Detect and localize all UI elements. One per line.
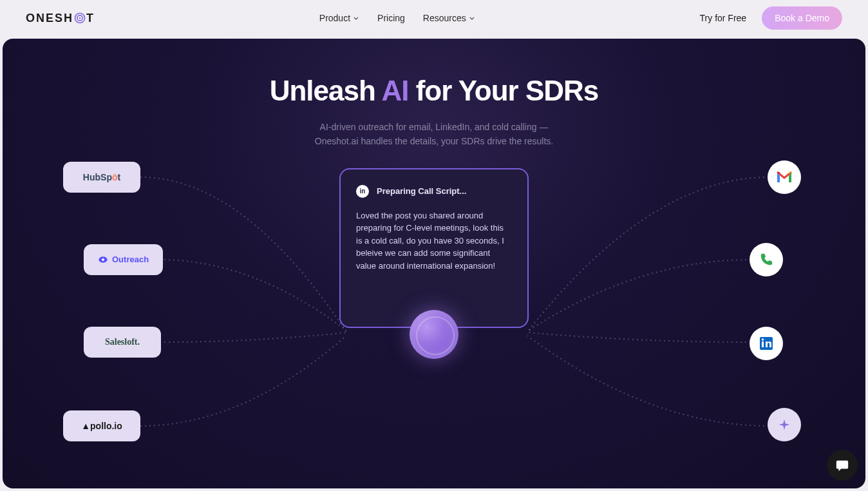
hubspot-label: HubSpöt xyxy=(83,172,120,182)
try-for-free-link[interactable]: Try for Free xyxy=(700,13,747,23)
salesloft-label: Salesloft. xyxy=(105,337,140,347)
card-body: Loved the post you shared around prepari… xyxy=(356,209,512,273)
nav-right: Try for Free Book a Demo xyxy=(700,6,842,30)
logo-text-pre: ONESH xyxy=(26,12,73,25)
nav-center: Product Pricing Resources xyxy=(319,13,475,23)
chevron-down-icon xyxy=(469,15,475,21)
card-header: in Preparing Call Script... xyxy=(356,185,512,198)
integration-salesloft: Salesloft. xyxy=(84,327,161,358)
phone-icon xyxy=(759,253,773,267)
svg-rect-6 xyxy=(762,342,764,347)
connector-line xyxy=(527,177,769,345)
chat-widget-button[interactable] xyxy=(827,450,858,481)
svg-point-2 xyxy=(79,17,81,19)
integration-hubspot: HubSpöt xyxy=(63,162,140,193)
logo-o-icon xyxy=(73,12,86,24)
connector-line xyxy=(140,177,346,345)
nav-item-product[interactable]: Product xyxy=(319,13,359,23)
nav-label: Product xyxy=(319,13,350,23)
call-script-card: in Preparing Call Script... Loved the po… xyxy=(339,168,529,328)
book-demo-button[interactable]: Book a Demo xyxy=(762,6,842,30)
connector-line xyxy=(529,332,751,345)
nav-item-resources[interactable]: Resources xyxy=(423,13,475,23)
connector-line xyxy=(527,336,769,429)
chevron-down-icon xyxy=(353,15,359,21)
hero-title-post: for Your SDRs xyxy=(408,75,598,106)
hero-section: Unleash AI for Your SDRs AI-driven outre… xyxy=(3,39,865,488)
linkedin-icon xyxy=(759,336,774,351)
linkedin-small-icon: in xyxy=(356,185,369,198)
ai-orb xyxy=(410,310,458,359)
connector-line xyxy=(140,336,346,429)
subtitle-line1: AI-driven outreach for email, LinkedIn, … xyxy=(320,122,549,132)
hero-subtitle: AI-driven outreach for email, LinkedIn, … xyxy=(3,120,865,149)
apollo-label: ▲pollo.io xyxy=(81,421,122,431)
logo-text-post: T xyxy=(86,12,95,25)
svg-point-7 xyxy=(762,338,764,341)
outreach-icon xyxy=(98,255,108,265)
hero-title-pre: Unleash xyxy=(270,75,382,106)
subtitle-line2: Oneshot.ai handles the details, your SDR… xyxy=(315,136,553,146)
connector-line xyxy=(160,332,346,345)
hero-title: Unleash AI for Your SDRs xyxy=(3,75,865,107)
connector-line xyxy=(529,260,751,337)
logo[interactable]: ONESH T xyxy=(26,12,95,25)
channel-linkedin xyxy=(750,327,783,360)
channel-gmail xyxy=(768,160,801,194)
connector-line xyxy=(160,260,346,337)
gmail-icon xyxy=(776,171,793,184)
channel-sparkle xyxy=(768,408,801,441)
nav-label: Resources xyxy=(423,13,466,23)
hero-title-ai: AI xyxy=(381,75,408,106)
outreach-label: Outreach xyxy=(112,255,149,264)
diagram-area: HubSpöt Outreach Salesloft. ▲pollo.io in… xyxy=(3,168,865,477)
channel-phone xyxy=(750,243,783,276)
card-title: Preparing Call Script... xyxy=(377,186,466,196)
nav-label: Pricing xyxy=(377,13,405,23)
hero-content: Unleash AI for Your SDRs AI-driven outre… xyxy=(3,39,865,149)
navbar: ONESH T Product Pricing Resources Try fo… xyxy=(0,0,868,36)
integration-outreach: Outreach xyxy=(84,244,163,275)
sparkle-icon xyxy=(778,418,791,431)
integration-apollo: ▲pollo.io xyxy=(63,410,140,441)
chat-icon xyxy=(835,458,849,472)
svg-point-4 xyxy=(102,258,104,261)
nav-item-pricing[interactable]: Pricing xyxy=(377,13,405,23)
